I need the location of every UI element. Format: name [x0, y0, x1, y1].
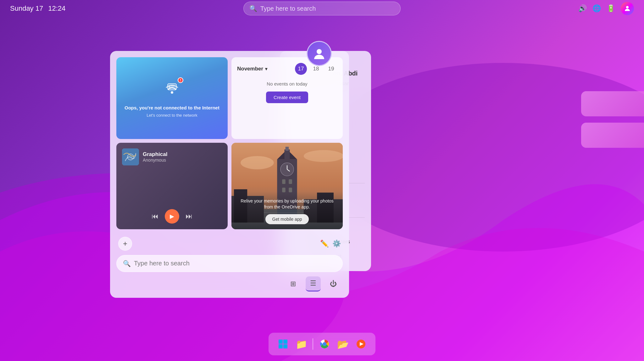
calendar-month-selector[interactable]: November ▾: [237, 66, 267, 72]
create-event-button[interactable]: Create event: [266, 92, 308, 103]
panel-search-icon: 🔍: [123, 260, 131, 267]
widgets-settings-button[interactable]: ⚙️: [332, 240, 341, 248]
music-text: Graphical Anonymous: [143, 151, 167, 163]
svg-point-4: [171, 91, 173, 94]
svg-point-3: [317, 49, 322, 54]
play-pause-button[interactable]: ▶: [165, 209, 179, 224]
battery-icon[interactable]: 🔋: [607, 4, 615, 13]
time-display: 12:24: [48, 4, 65, 13]
pink-card-2: [581, 123, 644, 148]
next-button[interactable]: ⏭: [186, 212, 192, 220]
svg-rect-35: [279, 344, 283, 348]
month-label: November: [237, 66, 263, 72]
svg-rect-21: [286, 147, 289, 151]
network-widget[interactable]: ! Oops, you're not connected to the Inte…: [116, 57, 228, 139]
photo-overlay: Relive your memories by uploading your p…: [231, 192, 343, 229]
all-apps-button[interactable]: ⊞: [286, 276, 301, 292]
taskbar-bottom: 📁 📂: [269, 333, 375, 355]
music-thumbnail: [122, 148, 139, 165]
panel-search-bar[interactable]: 🔍: [116, 255, 343, 272]
music-widget: Graphical Anonymous ⏮ ▶ ⏭: [116, 143, 228, 229]
decorative-pink-cards: [581, 91, 644, 148]
add-widget-container: +: [118, 237, 132, 251]
date-display: Sunday 17: [10, 4, 43, 13]
photo-reminder-text: Relive your memories by uploading your p…: [236, 198, 338, 210]
svg-rect-33: [279, 340, 283, 344]
svg-rect-22: [282, 179, 286, 184]
svg-rect-36: [283, 344, 287, 348]
search-placeholder-text: Type here to search: [260, 5, 316, 12]
file-explorer-button[interactable]: 📁: [293, 336, 309, 352]
svg-rect-34: [283, 340, 287, 344]
globe-icon[interactable]: 🌐: [592, 4, 601, 13]
power-button[interactable]: ⏻: [326, 276, 341, 292]
folder-button[interactable]: 📂: [335, 336, 351, 352]
search-icon: 🔍: [249, 5, 257, 12]
edit-widgets-button[interactable]: ✏️: [320, 240, 329, 248]
taskbar-top: Sunday 17 12:24 🔍 Type here to search 🔊 …: [0, 0, 644, 17]
svg-point-6: [169, 86, 170, 88]
svg-rect-23: [289, 179, 292, 184]
datetime-display: Sunday 17 12:24: [10, 4, 65, 13]
no-events-text: No events on today: [237, 81, 337, 86]
panel-search-input[interactable]: [134, 260, 336, 267]
calendar-widget: November ▾ 17 18 19 No events on today C…: [231, 57, 343, 139]
music-artist: Anonymous: [143, 158, 167, 163]
media-button[interactable]: [353, 336, 369, 352]
get-mobile-app-button[interactable]: Get mobile app: [265, 214, 309, 224]
taskbar-divider: [313, 338, 313, 350]
calendar-day-19[interactable]: 19: [325, 63, 337, 75]
user-avatar-small[interactable]: [621, 2, 634, 15]
svg-rect-7: [171, 86, 175, 86]
panel-bottom-controls: + ✏️ ⚙️: [116, 234, 343, 251]
top-search-container[interactable]: 🔍 Type here to search: [243, 2, 401, 15]
previous-button[interactable]: ⏮: [152, 212, 158, 220]
chevron-down-icon: ▾: [265, 66, 267, 71]
svg-point-38: [323, 342, 326, 346]
svg-point-2: [626, 6, 629, 8]
system-tray: 🔊 🌐 🔋: [578, 2, 634, 15]
pink-card-1: [581, 91, 644, 116]
svg-rect-20: [285, 149, 290, 159]
svg-point-12: [241, 156, 274, 169]
panel-action-buttons: ✏️ ⚙️: [320, 240, 341, 248]
network-error-subtitle: Let's connect to the network: [147, 113, 197, 118]
svg-point-13: [304, 150, 343, 162]
start-button[interactable]: [275, 336, 291, 352]
user-avatar-large[interactable]: [307, 41, 332, 66]
music-info: Graphical Anonymous: [122, 148, 222, 165]
music-controls: ⏮ ▶ ⏭: [122, 209, 222, 224]
panel-nav-buttons: ⊞ ☰ ⏻: [116, 276, 343, 292]
network-error-title: Oops, you're not connected to the Intern…: [125, 105, 219, 110]
widgets-grid: ! Oops, you're not connected to the Inte…: [116, 57, 343, 229]
widgets-panel: ! Oops, you're not connected to the Inte…: [110, 51, 349, 298]
notification-dot: !: [178, 77, 183, 83]
top-search-bar[interactable]: 🔍 Type here to search: [243, 2, 401, 15]
volume-icon[interactable]: 🔊: [578, 4, 587, 13]
photo-widget: Relive your memories by uploading your p…: [231, 143, 343, 229]
add-widget-button[interactable]: +: [118, 237, 132, 251]
chrome-button[interactable]: [316, 336, 333, 352]
calendar-day-17[interactable]: 17: [295, 63, 307, 75]
svg-point-10: [127, 154, 134, 160]
network-icon-container: !: [162, 79, 182, 100]
pinned-button[interactable]: ☰: [306, 276, 321, 292]
music-title: Graphical: [143, 151, 167, 158]
svg-rect-8: [171, 87, 173, 88]
